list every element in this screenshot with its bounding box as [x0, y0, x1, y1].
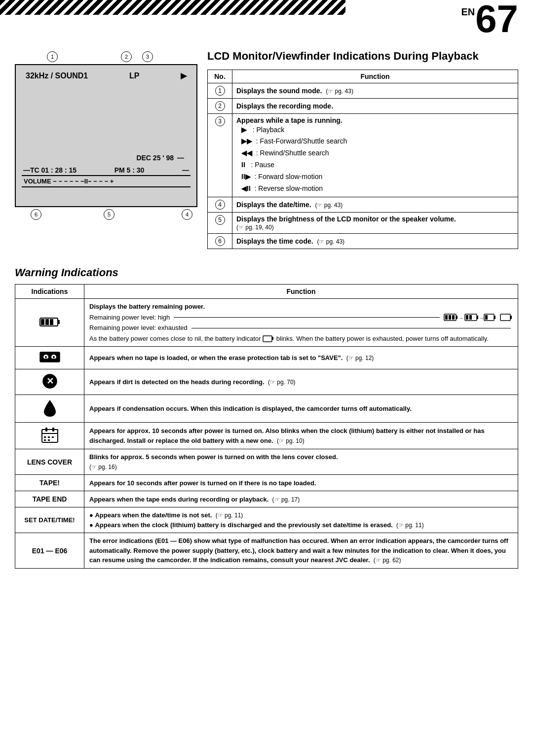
svg-rect-12 — [477, 316, 478, 319]
svg-text:→: → — [496, 315, 498, 321]
svg-rect-13 — [466, 315, 468, 320]
lcd-info-table: No. Function 1 Displays the sound mode. … — [207, 70, 518, 250]
callout-5: 5 — [104, 209, 114, 220]
table-row: TAPE! Appears for 10 seconds after power… — [15, 475, 518, 491]
lcd-section-title: LCD Monitor/Viewfinder Indications Durin… — [207, 49, 518, 64]
svg-rect-18 — [485, 315, 488, 320]
svg-rect-9 — [452, 315, 455, 320]
battery-empty-icon — [500, 314, 513, 322]
ind-cell-set-date: SET DATE/TIME! — [15, 507, 84, 533]
func-cell-tape: Appears when no tape is loaded, or when … — [84, 347, 518, 369]
battery-full-icon — [39, 317, 60, 327]
svg-rect-22 — [263, 336, 272, 342]
stripe-bar — [0, 0, 345, 15]
callout-1: 1 — [47, 51, 58, 62]
table-row: 4 Displays the date/time. (☞ pg. 43) — [208, 197, 518, 213]
lcd-play-symbol: ▶ — [181, 71, 187, 80]
ind-cell-tape — [15, 347, 84, 369]
svg-rect-14 — [469, 315, 472, 320]
svg-rect-36 — [44, 436, 46, 438]
dewdrop-icon — [43, 399, 57, 417]
svg-rect-1 — [58, 320, 60, 324]
svg-text:→: → — [458, 315, 463, 321]
func-cell-set-date: ● Appears when the date/time is not set.… — [84, 507, 518, 533]
ind-cell-lens-cover: LENS COVER — [15, 449, 84, 475]
func-cell-clock: Appears for approx. 10 seconds after pow… — [84, 423, 518, 449]
page-number: 67 — [475, 2, 518, 35]
func-cell-dew: Appears if condensation occurs. When thi… — [84, 395, 518, 423]
lcd-volume-line: VOLUME − − − − − −II− − − − + — [22, 175, 190, 187]
en-label: EN — [461, 6, 475, 18]
dirty-heads-icon: ✕ — [42, 373, 58, 389]
cassette-icon — [39, 351, 60, 363]
lcd-table-section: LCD Monitor/Viewfinder Indications Durin… — [207, 49, 518, 249]
func-cell-battery: Displays the battery remaining power. Re… — [84, 299, 518, 347]
warning-title: Warning Indications — [15, 266, 518, 279]
callout-6: 6 — [31, 209, 41, 220]
svg-rect-39 — [44, 439, 46, 441]
table-row: Displays the battery remaining power. Re… — [15, 299, 518, 347]
func-cell: Appears while a tape is running. ▶ : Pla… — [232, 113, 518, 197]
svg-rect-17 — [494, 316, 495, 319]
no-cell: 5 — [208, 213, 232, 234]
func-cell: Displays the brightness of the LCD monit… — [232, 213, 518, 234]
lcd-top-bar: 32kHz / SOUND1 LP ▶ — [16, 71, 196, 80]
table-header-no: No. — [208, 70, 232, 83]
ind-cell-clock — [15, 423, 84, 449]
svg-rect-38 — [52, 436, 54, 438]
ind-cell-tape-end: TAPE END — [15, 491, 84, 507]
svg-rect-20 — [500, 314, 510, 321]
page-number-block: EN 67 — [461, 2, 518, 35]
svg-text:→: → — [479, 315, 484, 321]
func-cell-tape-end: Appears when the tape ends during record… — [84, 491, 518, 507]
svg-rect-7 — [445, 315, 448, 320]
battery-inline-icon — [263, 335, 274, 342]
svg-point-28 — [53, 356, 55, 358]
table-row: E01 — E06 The error indications (E01 — E… — [15, 533, 518, 569]
lcd-frame: 32kHz / SOUND1 LP ▶ DEC 25 ' 98 — —TC 01… — [15, 64, 197, 207]
svg-rect-21 — [510, 316, 512, 319]
svg-rect-6 — [456, 316, 457, 319]
table-row: Appears for approx. 10 seconds after pow… — [15, 423, 518, 449]
ind-cell-e01: E01 — E06 — [15, 533, 84, 569]
battery-levels-icon: → → → — [444, 314, 498, 322]
warn-header-function: Function — [84, 285, 518, 299]
svg-rect-34 — [45, 428, 47, 432]
warning-section: Warning Indications Indications Function — [0, 256, 533, 578]
table-row: ✕ Appears if dirt is detected on the hea… — [15, 369, 518, 395]
lcd-sound-label: 32kHz / SOUND1 — [26, 72, 88, 80]
svg-rect-8 — [449, 315, 451, 320]
ind-cell-dew — [15, 395, 84, 423]
warn-header-indications: Indications — [15, 285, 84, 299]
lcd-diagram-section: 1 2 3 32kHz / SOUND1 LP ▶ DEC 25 ' 98 — — [15, 49, 197, 207]
table-row: LENS COVER Blinks for approx. 5 seconds … — [15, 449, 518, 475]
func-cell-tape-warn: Appears for 10 seconds after power is tu… — [84, 475, 518, 491]
svg-rect-40 — [48, 439, 50, 441]
svg-rect-37 — [48, 436, 50, 438]
svg-text:✕: ✕ — [46, 376, 53, 386]
lcd-tc-pm-line: —TC 01 : 28 : 15 PM 5 : 30 — — [16, 166, 196, 174]
svg-rect-33 — [42, 430, 58, 433]
no-cell: 4 — [208, 197, 232, 213]
table-row: 6 Displays the time code. (☞ pg. 43) — [208, 234, 518, 249]
table-row: 5 Displays the brightness of the LCD mon… — [208, 213, 518, 234]
func-cell: Displays the recording mode. — [232, 98, 518, 113]
table-row: 2 Displays the recording mode. — [208, 98, 518, 113]
ind-cell-battery — [15, 299, 84, 347]
lcd-wrapper: 1 2 3 32kHz / SOUND1 LP ▶ DEC 25 ' 98 — — [15, 64, 197, 207]
no-cell: 6 — [208, 234, 232, 249]
table-row: SET DATE/TIME! ● Appears when the date/t… — [15, 507, 518, 533]
func-cell: Displays the time code. (☞ pg. 43) — [232, 234, 518, 249]
func-cell-lens-cover: Blinks for approx. 5 seconds when power … — [84, 449, 518, 475]
svg-point-26 — [45, 356, 47, 358]
table-row: Appears if condensation occurs. When thi… — [15, 395, 518, 423]
callout-4: 4 — [182, 209, 192, 220]
lcd-mode-label: LP — [129, 72, 139, 80]
no-cell: 2 — [208, 98, 232, 113]
func-cell-dirty: Appears if dirt is detected on the heads… — [84, 369, 518, 395]
svg-rect-35 — [52, 428, 54, 432]
func-cell-e01: The error indications (E01 — E06) show w… — [84, 533, 518, 569]
svg-rect-29 — [43, 359, 56, 361]
table-row: 1 Displays the sound mode. (☞ pg. 43) — [208, 83, 518, 98]
warning-table: Indications Function Disp — [15, 284, 518, 569]
